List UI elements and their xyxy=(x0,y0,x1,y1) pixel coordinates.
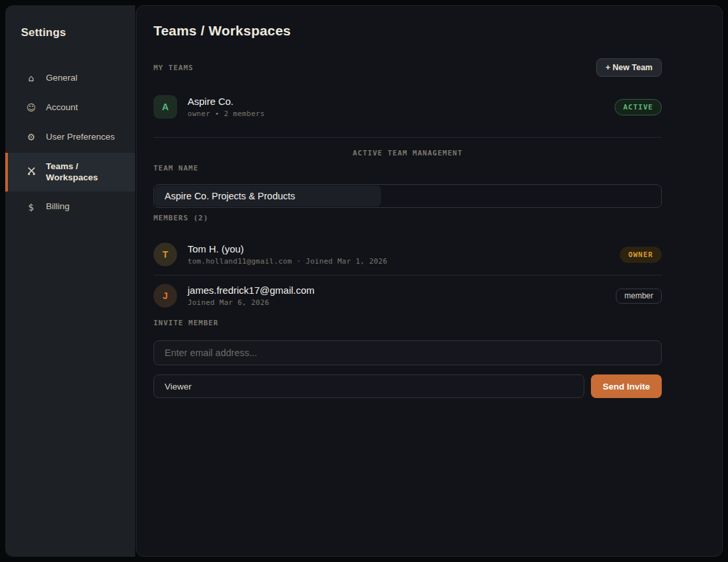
account-icon: ☺ xyxy=(26,102,37,113)
team-name: Aspire Co. xyxy=(188,96,615,107)
team-row[interactable]: A Aspire Co. owner • 2 members ACTIVE xyxy=(153,95,662,119)
member-name: james.fredrick17@gmail.com xyxy=(188,285,616,296)
member-divider xyxy=(153,275,662,275)
team-name-field-wrap xyxy=(153,184,662,208)
settings-sidebar: Settings ⌂ General ☺ Account ⚙ User Pref… xyxy=(5,5,135,557)
sidebar-item-user-preferences[interactable]: ⚙ User Preferences xyxy=(5,123,135,151)
my-teams-label: MY TEAMS xyxy=(153,64,193,72)
my-teams-header-row: MY TEAMS + New Team xyxy=(153,58,662,77)
invite-email-input[interactable] xyxy=(153,340,662,365)
sidebar-title: Settings xyxy=(5,26,135,39)
sidebar-item-billing[interactable]: $ Billing xyxy=(5,193,135,221)
invite-actions-row: Viewer Send Invite xyxy=(153,374,662,398)
invite-member-label: INVITE MEMBER xyxy=(153,319,662,327)
sidebar-item-label: Account xyxy=(46,102,78,113)
member-row: T Tom H. (you) tom.holland11@gmail.com ·… xyxy=(153,243,662,266)
new-team-button[interactable]: + New Team xyxy=(596,58,662,77)
team-name-label: TEAM NAME xyxy=(153,164,662,172)
member-avatar: J xyxy=(153,284,177,308)
status-badge: ACTIVE xyxy=(615,99,662,115)
member-name: Tom H. (you) xyxy=(188,243,620,254)
teams-workspaces-panel: Teams / Workspaces MY TEAMS + New Team A… xyxy=(136,5,723,557)
member-row: J james.fredrick17@gmail.com Joined Mar … xyxy=(153,284,662,308)
member-meta: Joined Mar 6, 2026 xyxy=(188,298,616,307)
sidebar-item-label: Billing xyxy=(46,201,70,212)
member-meta: tom.holland11@gmail.com · Joined Mar 1, … xyxy=(188,257,620,266)
team-management-label: ACTIVE TEAM MANAGEMENT xyxy=(153,149,662,157)
dollar-icon: $ xyxy=(26,202,37,212)
teams-icon xyxy=(26,166,37,178)
sidebar-item-label: User Preferences xyxy=(46,132,115,143)
section-divider xyxy=(153,137,662,138)
member-info: Tom H. (you) tom.holland11@gmail.com · J… xyxy=(188,243,620,266)
send-invite-button[interactable]: Send Invite xyxy=(591,374,662,398)
app-frame: Settings ⌂ General ☺ Account ⚙ User Pref… xyxy=(0,0,728,562)
member-avatar: T xyxy=(153,243,177,266)
team-avatar: A xyxy=(153,95,177,119)
page-title: Teams / Workspaces xyxy=(153,23,662,39)
owner-badge: OWNER xyxy=(620,247,662,263)
member-role-select[interactable]: member xyxy=(616,289,662,304)
sidebar-item-label: Teams / Workspaces xyxy=(46,161,118,184)
sidebar-item-label: General xyxy=(46,73,77,84)
invite-role-select[interactable]: Viewer xyxy=(153,374,584,398)
sidebar-item-teams-workspaces[interactable]: Teams / Workspaces xyxy=(5,153,135,192)
sidebar-item-account[interactable]: ☺ Account xyxy=(5,94,135,122)
members-label: MEMBERS (2) xyxy=(153,214,662,222)
gear-icon: ⚙ xyxy=(26,132,37,142)
team-info: Aspire Co. owner • 2 members xyxy=(188,96,615,118)
sidebar-item-general[interactable]: ⌂ General xyxy=(5,64,135,92)
home-icon: ⌂ xyxy=(26,73,37,83)
member-info: james.fredrick17@gmail.com Joined Mar 6,… xyxy=(188,285,616,307)
team-meta: owner • 2 members xyxy=(188,110,615,118)
team-name-input[interactable] xyxy=(153,184,662,208)
